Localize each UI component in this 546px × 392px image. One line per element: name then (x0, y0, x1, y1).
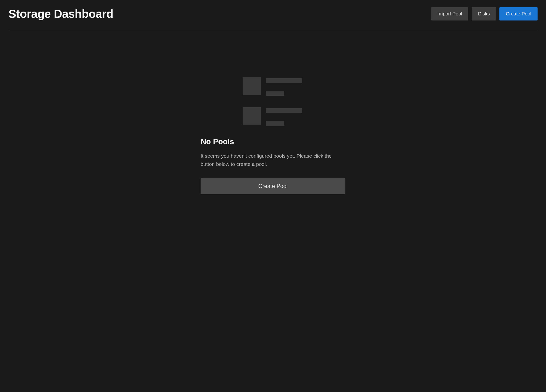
empty-state-title: No Pools (201, 137, 345, 146)
empty-state-illustration-icon (201, 77, 345, 126)
empty-state: No Pools It seems you haven't configured… (8, 77, 538, 194)
page-title: Storage Dashboard (8, 7, 113, 20)
page-header: Storage Dashboard Import Pool Disks Crea… (8, 7, 538, 29)
empty-state-create-pool-button[interactable]: Create Pool (201, 178, 345, 194)
create-pool-button[interactable]: Create Pool (499, 7, 538, 20)
header-actions: Import Pool Disks Create Pool (431, 7, 538, 20)
empty-state-description: It seems you haven't configured pools ye… (201, 152, 345, 168)
disks-button[interactable]: Disks (472, 7, 496, 20)
import-pool-button[interactable]: Import Pool (431, 7, 468, 20)
